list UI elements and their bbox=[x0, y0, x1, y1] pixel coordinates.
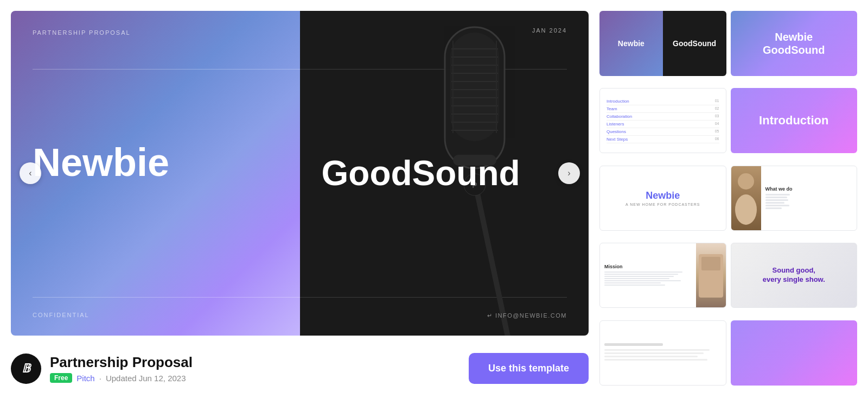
main-slide[interactable]: PARTNERSHIP PROPOSAL Newbie CONFIDENTIAL bbox=[11, 11, 589, 336]
toc-item-5: Questions05 bbox=[607, 128, 719, 136]
thumbnail-8[interactable]: Sound good,every single show. bbox=[731, 243, 858, 308]
thumb-right: GoodSound bbox=[663, 11, 726, 76]
slide-right-panel: P JAN 2024 GoodSound ↵ INFO@NEWBIE.COM bbox=[300, 11, 589, 336]
thumbnail-1[interactable]: Newbie GoodSound bbox=[599, 11, 726, 76]
slide-bottom-label: CONFIDENTIAL bbox=[33, 312, 90, 318]
thumb-6-photo bbox=[731, 166, 761, 231]
toc-item-2: Team02 bbox=[607, 105, 719, 113]
slide-partner-name: GoodSound bbox=[322, 154, 520, 193]
thumb-goodsound-label: GoodSound bbox=[673, 39, 716, 48]
app-logo: 𝔹 bbox=[11, 354, 41, 384]
thumb-newbie-brand: Newbie A NEW HOME FOR PODCASTERS bbox=[626, 190, 700, 206]
use-template-button[interactable]: Use this template bbox=[469, 353, 589, 384]
thumbnail-6[interactable]: What we do bbox=[731, 166, 858, 231]
thumb-7-photo bbox=[696, 243, 726, 308]
thumbnail-7[interactable]: Mission bbox=[599, 243, 726, 308]
logo-icon: 𝔹 bbox=[22, 362, 30, 376]
thumbnail-10[interactable] bbox=[731, 320, 858, 386]
toc-item-1: Introduction01 bbox=[607, 98, 719, 105]
thumb-title-text: NewbieGoodSound bbox=[763, 30, 825, 56]
thumb-left: Newbie bbox=[599, 11, 663, 76]
thumbnail-2[interactable]: NewbieGoodSound bbox=[731, 11, 858, 76]
info-bar: 𝔹 Partnership Proposal Free Pitch · Upda… bbox=[11, 344, 589, 395]
thumbnail-3[interactable]: Introduction01 Team02 Collaboration03 Li… bbox=[599, 88, 726, 153]
toc-item-4: Listeners04 bbox=[607, 121, 719, 128]
slide-date: JAN 2024 bbox=[532, 27, 567, 34]
prev-slide-button[interactable]: ‹ bbox=[20, 162, 41, 184]
template-title: Partnership Proposal bbox=[50, 354, 193, 371]
slide-left-panel: PARTNERSHIP PROPOSAL Newbie CONFIDENTIAL bbox=[11, 11, 300, 336]
updated-text: Updated Jun 12, 2023 bbox=[106, 374, 186, 383]
thumb-newbie-subtitle: A NEW HOME FOR PODCASTERS bbox=[626, 203, 700, 206]
thumbnails-section: Newbie GoodSound NewbieGoodSound Introdu… bbox=[599, 11, 857, 404]
meta-separator: · bbox=[99, 374, 101, 383]
toc-item-6: Next Steps06 bbox=[607, 136, 719, 143]
thumb-6-text: What we do bbox=[761, 166, 797, 230]
preview-section: PARTNERSHIP PROPOSAL Newbie CONFIDENTIAL bbox=[11, 11, 589, 404]
slide-contact: ↵ INFO@NEWBIE.COM bbox=[487, 312, 567, 319]
svg-point-20 bbox=[735, 194, 757, 225]
thumb-sound-text: Sound good,every single show. bbox=[763, 266, 825, 285]
thumbnail-4[interactable]: Introduction bbox=[731, 88, 858, 153]
thumb-7-title: Mission bbox=[604, 264, 692, 269]
thumbnail-9[interactable] bbox=[599, 320, 726, 386]
slide-top-label: PARTNERSHIP PROPOSAL bbox=[33, 29, 131, 36]
thumb-newbie-label: Newbie bbox=[618, 39, 644, 48]
thumb-9-lines bbox=[604, 343, 722, 362]
next-slide-button[interactable]: › bbox=[558, 162, 580, 184]
pitch-label: Pitch bbox=[76, 374, 94, 383]
slide-brand-name: Newbie bbox=[33, 141, 169, 184]
svg-point-19 bbox=[738, 173, 754, 190]
free-badge: Free bbox=[50, 373, 72, 383]
thumb-6-title: What we do bbox=[765, 186, 793, 192]
thumb-7-text: Mission bbox=[600, 243, 696, 307]
toc-item-3: Collaboration03 bbox=[607, 113, 719, 121]
info-left: 𝔹 Partnership Proposal Free Pitch · Upda… bbox=[11, 354, 193, 384]
thumb-newbie-name: Newbie bbox=[626, 190, 700, 201]
template-meta: Free Pitch · Updated Jun 12, 2023 bbox=[50, 373, 193, 383]
thumbnail-5[interactable]: Newbie A NEW HOME FOR PODCASTERS bbox=[599, 166, 726, 231]
info-text: Partnership Proposal Free Pitch · Update… bbox=[50, 354, 193, 383]
svg-rect-22 bbox=[701, 257, 720, 270]
thumb-intro-text: Introduction bbox=[759, 113, 828, 128]
